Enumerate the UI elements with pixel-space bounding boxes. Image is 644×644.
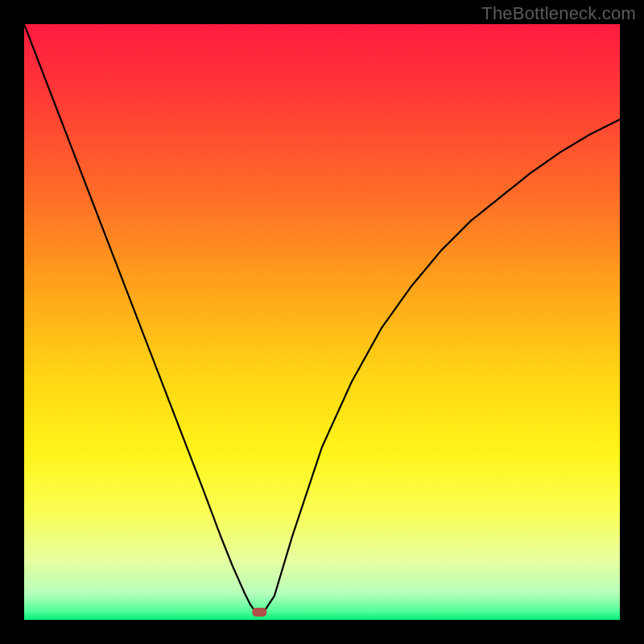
chart-frame: TheBottleneck.com (0, 0, 644, 644)
bottleneck-chart (24, 24, 620, 620)
watermark-text: TheBottleneck.com (481, 3, 636, 24)
bottleneck-marker (252, 608, 266, 617)
gradient-background (24, 24, 620, 620)
plot-area (24, 24, 620, 620)
